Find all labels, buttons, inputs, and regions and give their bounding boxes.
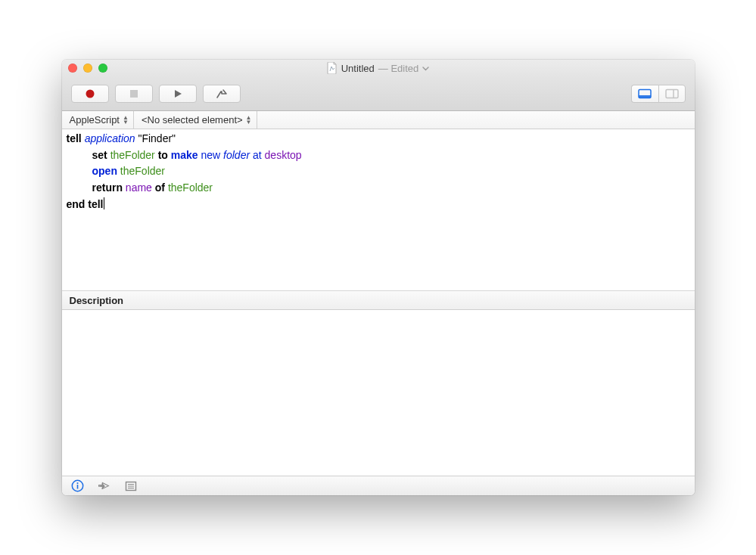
close-window-button[interactable] (68, 64, 77, 73)
log-view-button[interactable] (658, 85, 686, 103)
status-bar (62, 476, 695, 495)
svg-rect-8 (76, 485, 78, 489)
bundle-info-button[interactable] (71, 479, 84, 492)
svg-rect-1 (130, 90, 138, 98)
stepper-icon: ▲▼ (246, 116, 252, 125)
zoom-window-button[interactable] (98, 64, 107, 73)
svg-rect-3 (639, 95, 651, 98)
description-header[interactable]: Description (62, 290, 695, 310)
language-label: AppleScript (70, 114, 120, 126)
window-title: Untitled — Edited (62, 62, 695, 74)
run-button[interactable] (159, 85, 197, 103)
edited-indicator: — Edited (378, 63, 418, 74)
description-label: Description (70, 295, 124, 306)
record-button[interactable] (71, 85, 109, 103)
svg-point-0 (86, 89, 94, 98)
view-mode-segmented-control (631, 85, 686, 103)
document-name: Untitled (341, 63, 375, 74)
svg-rect-4 (666, 89, 678, 98)
code-line-2: set theFolder to make new folder at desk… (67, 149, 302, 161)
navigation-bar: AppleScript ▲▼ <No selected element> ▲▼ (62, 111, 695, 129)
script-editor-textview[interactable]: tell application "Finder" set theFolder … (62, 129, 695, 290)
code-line-3: open theFolder (67, 165, 166, 177)
result-pane-button[interactable] (98, 481, 111, 491)
document-proxy-icon (327, 62, 338, 74)
title-menu-chevron-icon (422, 64, 429, 73)
script-editor-window: Untitled — Edited (62, 60, 695, 495)
editor-view-button[interactable] (631, 85, 658, 103)
minimize-window-button[interactable] (83, 64, 92, 73)
code-line-5: end tell (67, 198, 104, 210)
compile-button[interactable] (203, 85, 241, 103)
log-pane-button[interactable] (125, 481, 137, 491)
code-line-4: return name of theFolder (67, 181, 213, 194)
toolbar (62, 76, 695, 111)
stepper-icon: ▲▼ (123, 116, 129, 125)
window-controls (68, 64, 107, 73)
text-cursor (104, 197, 104, 209)
description-textview[interactable] (62, 310, 695, 476)
svg-point-7 (76, 482, 78, 484)
code-line-1: tell application "Finder" (67, 132, 176, 144)
accessory-popup[interactable]: <No selected element> ▲▼ (134, 111, 257, 129)
language-popup[interactable]: AppleScript ▲▼ (62, 111, 134, 129)
stop-button[interactable] (115, 85, 153, 103)
accessory-label: <No selected element> (142, 114, 243, 126)
titlebar[interactable]: Untitled — Edited (62, 60, 695, 76)
